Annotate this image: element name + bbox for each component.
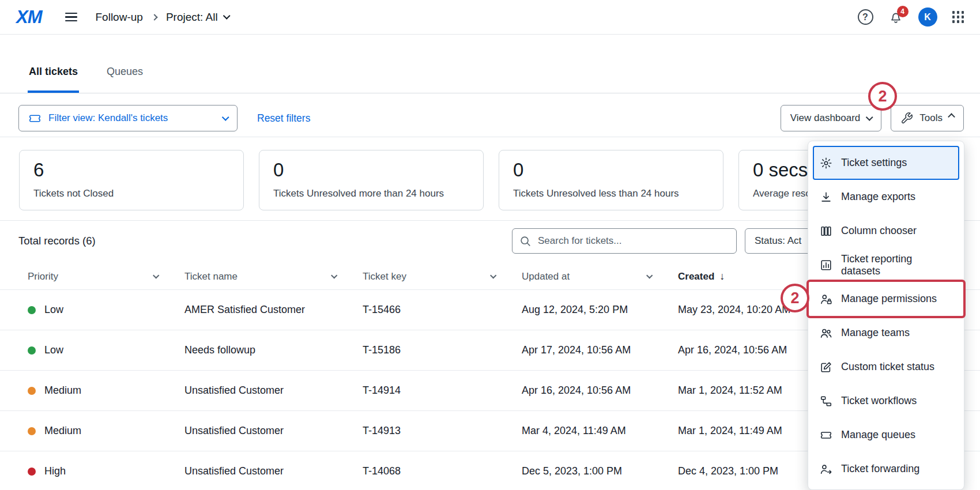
- chevron-down-icon: [490, 272, 496, 278]
- ticket-icon: [28, 112, 42, 125]
- tools-button[interactable]: Tools: [891, 105, 964, 131]
- chevron-down-icon: [153, 272, 159, 278]
- priority-dot: [28, 468, 36, 476]
- menu-item-label: Custom ticket status: [841, 361, 934, 373]
- menu-item-manage-permissions[interactable]: Manage permissions: [813, 282, 959, 316]
- kpi-value: 6: [33, 159, 229, 181]
- topbar-actions: ? 4 K: [858, 7, 964, 27]
- priority-cell: Medium: [28, 425, 184, 437]
- menu-item-label: Ticket reporting datasets: [841, 253, 952, 277]
- filter-view-dropdown[interactable]: Filter view: Kendall's tickets: [18, 105, 238, 131]
- updated-at-cell: Apr 17, 2024, 10:56 AM: [522, 344, 678, 356]
- tools-label: Tools: [919, 112, 943, 124]
- menu-item-label: Manage teams: [841, 327, 910, 339]
- ticket-key-cell: T-15186: [363, 344, 522, 356]
- tabs-bar: All tickets Queues: [0, 35, 980, 93]
- menu-item-ticket-forwarding[interactable]: Ticket forwarding: [813, 452, 959, 486]
- column-header-ticket-name[interactable]: Ticket name: [184, 271, 363, 282]
- project-selector[interactable]: Project: All: [166, 11, 229, 24]
- ticket-key-cell: T-14913: [363, 425, 522, 437]
- workflow-icon: [820, 395, 832, 408]
- reset-filters-link[interactable]: Reset filters: [257, 112, 310, 125]
- menu-item-label: Ticket forwarding: [841, 463, 919, 475]
- menu-item-label: Manage queues: [841, 429, 915, 441]
- step-annotation-tools: 2: [868, 82, 897, 111]
- filter-bar-actions: View dashboard Tools: [781, 105, 964, 131]
- tab-all-tickets[interactable]: All tickets: [28, 66, 79, 93]
- hamburger-menu-icon[interactable]: [62, 9, 81, 25]
- updated-at-cell: Apr 16, 2024, 10:56 AM: [522, 385, 678, 397]
- gear-icon: [820, 157, 832, 169]
- kpi-label: Tickets Unresolved less than 24 hours: [513, 188, 709, 199]
- step-annotation-manage-permissions: 2: [781, 284, 809, 312]
- view-dashboard-button[interactable]: View dashboard: [781, 105, 882, 131]
- edit-icon: [820, 361, 832, 374]
- menu-item-custom-ticket-status[interactable]: Custom ticket status: [813, 350, 959, 384]
- help-icon: ?: [858, 9, 873, 25]
- download-icon: [820, 191, 832, 203]
- person-lock-icon: [820, 293, 832, 306]
- priority-cell: Medium: [28, 385, 184, 397]
- updated-at-cell: Aug 12, 2024, 5:20 PM: [522, 304, 678, 316]
- search-box: [512, 228, 737, 254]
- ticket-key-cell: T-14914: [363, 385, 522, 397]
- column-header-priority[interactable]: Priority: [28, 271, 184, 282]
- menu-item-manage-exports[interactable]: Manage exports: [813, 180, 959, 214]
- person-forward-icon: [820, 463, 832, 476]
- priority-dot: [28, 346, 36, 355]
- column-header-updated-at[interactable]: Updated at: [522, 271, 678, 282]
- ticket-name-cell: Needs followup: [184, 344, 363, 356]
- kpi-label: Tickets Unresolved more than 24 hours: [273, 188, 469, 199]
- ticket-name-cell: Unsatisfied Customer: [184, 425, 363, 437]
- kpi-label: Tickets not Closed: [33, 188, 229, 199]
- people-icon: [820, 327, 832, 340]
- sort-desc-icon: ↓: [719, 270, 725, 282]
- kpi-card-unresolved-less-24h: 0 Tickets Unresolved less than 24 hours: [499, 150, 723, 210]
- menu-item-label: Ticket workflows: [841, 395, 917, 407]
- chevron-down-icon: [222, 114, 229, 121]
- chevron-down-icon: [331, 272, 337, 278]
- notifications-button[interactable]: 4: [888, 10, 903, 25]
- column-header-ticket-key[interactable]: Ticket key: [363, 271, 522, 282]
- priority-cell: High: [28, 465, 184, 477]
- updated-at-cell: Dec 5, 2023, 1:00 PM: [522, 465, 678, 477]
- breadcrumb-separator-icon: [151, 14, 157, 20]
- app-switcher-button[interactable]: [952, 11, 964, 23]
- wrench-icon: [900, 112, 913, 125]
- filter-view-label: Filter view: Kendall's tickets: [48, 112, 168, 124]
- menu-item-column-chooser[interactable]: Column chooser: [813, 214, 959, 248]
- ticket-name-cell: Unsatisfied Customer: [184, 465, 363, 477]
- updated-at-cell: Mar 4, 2024, 11:49 AM: [522, 425, 678, 437]
- xm-logo: XM: [16, 7, 42, 28]
- menu-item-manage-queues[interactable]: Manage queues: [813, 418, 959, 452]
- priority-dot: [28, 306, 36, 314]
- ticket-name-cell: AMER Satisfied Customer: [184, 304, 363, 316]
- apps-grid-icon: [952, 11, 964, 23]
- chevron-down-icon: [223, 12, 230, 20]
- menu-item-ticket-settings[interactable]: Ticket settings: [813, 146, 959, 180]
- app-root: XM Follow-up Project: All ? 4 K All: [0, 0, 980, 490]
- breadcrumb-section[interactable]: Follow-up: [96, 11, 143, 24]
- menu-item-label: Ticket settings: [841, 157, 907, 169]
- menu-item-ticket-reporting-datasets[interactable]: Ticket reporting datasets: [813, 248, 959, 282]
- search-input[interactable]: [512, 228, 737, 254]
- columns-icon: [820, 225, 832, 238]
- project-selector-label: Project: All: [166, 11, 218, 24]
- priority-cell: Low: [28, 304, 184, 316]
- notification-count-badge: 4: [897, 6, 909, 17]
- tools-menu: Ticket settings Manage exports Column ch…: [808, 141, 964, 490]
- menu-item-label: Manage exports: [841, 191, 915, 203]
- menu-item-ticket-workflows[interactable]: Ticket workflows: [813, 384, 959, 418]
- avatar[interactable]: K: [918, 7, 937, 27]
- breadcrumb: Follow-up Project: All: [96, 11, 229, 24]
- ticket-name-cell: Unsatisfied Customer: [184, 385, 363, 397]
- kpi-value: 0: [513, 159, 709, 181]
- view-dashboard-label: View dashboard: [790, 112, 861, 124]
- priority-dot: [28, 427, 36, 435]
- top-nav: XM Follow-up Project: All ? 4 K: [0, 0, 980, 35]
- filter-bar: Filter view: Kendall's tickets Reset fil…: [0, 105, 980, 131]
- tab-queues[interactable]: Queues: [105, 66, 144, 93]
- menu-item-manage-teams[interactable]: Manage teams: [813, 316, 959, 350]
- help-button[interactable]: ?: [858, 9, 873, 25]
- kpi-card-not-closed: 6 Tickets not Closed: [19, 150, 244, 210]
